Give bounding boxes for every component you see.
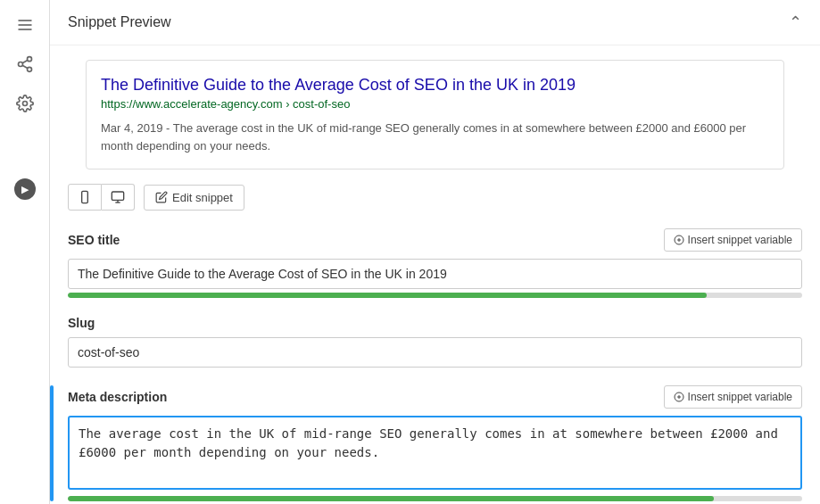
- expand-toggle-button[interactable]: ▶: [14, 178, 36, 200]
- meta-description-progress-fill: [68, 496, 714, 501]
- share-button[interactable]: [7, 46, 43, 82]
- collapse-button[interactable]: ⌃: [789, 12, 802, 32]
- meta-description-label-row: Meta description Insert snippet variable: [68, 385, 802, 409]
- sidebar: ▶: [0, 0, 50, 504]
- seo-title-label: SEO title: [68, 233, 120, 247]
- meta-description-label: Meta description: [68, 390, 167, 404]
- meta-description-insert-variable-button[interactable]: Insert snippet variable: [664, 385, 802, 409]
- svg-point-5: [27, 67, 31, 71]
- header-bar: Snippet Preview ⌃: [50, 0, 820, 45]
- seo-title-progress-fill: [68, 293, 707, 298]
- slug-input[interactable]: [68, 337, 802, 368]
- snippet-title-link[interactable]: The Definitive Guide to the Average Cost…: [101, 75, 769, 95]
- svg-line-7: [22, 60, 28, 62]
- edit-snippet-button[interactable]: Edit snippet: [144, 185, 244, 211]
- seo-title-progress-bar: [68, 293, 802, 298]
- svg-rect-11: [112, 192, 123, 200]
- svg-rect-9: [82, 192, 88, 203]
- meta-description-row: Meta description Insert snippet variable…: [68, 385, 802, 501]
- seo-title-row: SEO title Insert snippet variable: [68, 228, 802, 298]
- seo-title-input[interactable]: [68, 259, 802, 289]
- snippet-description: Mar 4, 2019 - The average cost in the UK…: [101, 120, 769, 154]
- snippet-url: https://www.accelerate-agency.com › cost…: [101, 97, 769, 111]
- meta-description-textarea[interactable]: The average cost in the UK of mid-range …: [68, 416, 802, 490]
- desktop-view-button[interactable]: [102, 184, 135, 211]
- slug-label: Slug: [68, 316, 95, 330]
- svg-point-8: [22, 102, 27, 106]
- svg-point-4: [18, 62, 22, 67]
- seo-title-insert-variable-button[interactable]: Insert snippet variable: [664, 228, 802, 252]
- plus-circle-icon: [674, 235, 684, 245]
- view-toggle-bar: Edit snippet: [68, 184, 802, 211]
- page-title: Snippet Preview: [68, 14, 171, 30]
- plus-circle-icon: [674, 392, 684, 402]
- svg-line-6: [22, 65, 28, 68]
- main-content: Snippet Preview ⌃ The Definitive Guide t…: [50, 0, 820, 504]
- meta-description-progress-bar: [68, 496, 802, 501]
- seo-title-label-row: SEO title Insert snippet variable: [68, 228, 802, 252]
- bars-button[interactable]: [7, 7, 43, 43]
- settings-button[interactable]: [7, 86, 43, 121]
- slug-row: Slug: [68, 316, 802, 368]
- svg-point-3: [27, 57, 31, 62]
- slug-label-row: Slug: [68, 316, 802, 330]
- form-section: SEO title Insert snippet variable Slug: [68, 228, 802, 501]
- mobile-view-button[interactable]: [68, 184, 102, 211]
- snippet-preview-card: The Definitive Guide to the Average Cost…: [86, 60, 784, 169]
- pencil-icon: [155, 191, 168, 203]
